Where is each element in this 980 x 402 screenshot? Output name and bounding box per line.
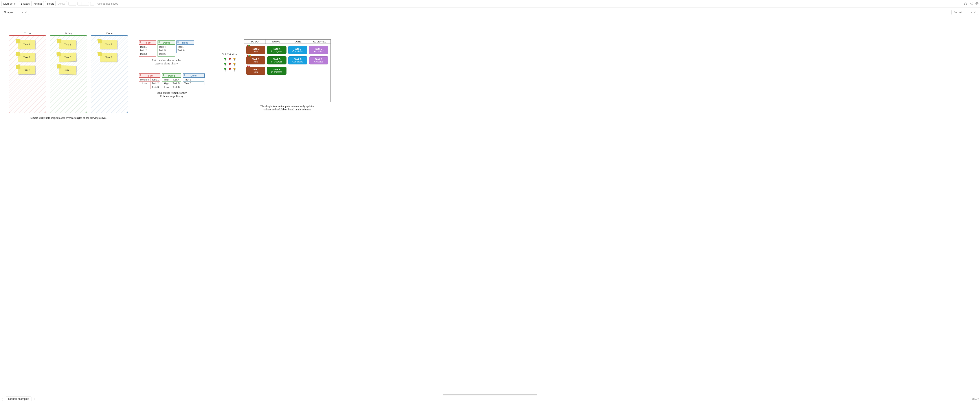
list-body: Task 1Task 2Task 3 xyxy=(138,45,156,57)
kanban-card[interactable]: Task 7Completed xyxy=(288,46,307,54)
shapes-button[interactable]: Shapes xyxy=(19,1,32,6)
list-item[interactable]: Task 6 xyxy=(159,52,174,56)
pin-icon[interactable] xyxy=(234,63,235,65)
sticky-note[interactable]: Task 4 xyxy=(59,40,76,49)
dark-mode-icon[interactable] xyxy=(91,2,94,5)
pin-icon[interactable] xyxy=(229,57,231,60)
pin-icon[interactable] xyxy=(224,68,226,70)
page-tab[interactable]: kanban-examples xyxy=(6,397,32,402)
kanban-card[interactable]: Task 7Accepted xyxy=(309,46,328,54)
priority-dot-icon xyxy=(247,55,248,57)
main-toolbar: Diagram ▾ Shapes Format Insert Delete Al… xyxy=(0,0,980,8)
pin-row xyxy=(224,68,235,70)
table-row[interactable]: HighTask 4 xyxy=(162,78,181,82)
pin-icon[interactable] xyxy=(224,63,226,65)
list-column[interactable]: DoingTask 4Task 5Task 6 xyxy=(158,40,175,57)
sticky-note[interactable]: Task 8 xyxy=(100,53,117,62)
diagram-menu[interactable]: Diagram ▾ xyxy=(1,1,18,6)
zoom-level[interactable]: 70% xyxy=(972,398,977,400)
drag-handle-icon[interactable]: ⋮ xyxy=(1,397,4,401)
priority-dot-icon xyxy=(250,55,251,57)
sticky-note[interactable]: Task 5 xyxy=(59,52,76,62)
list-caption: List container shapes in the General sha… xyxy=(138,59,194,65)
table-row[interactable]: LowTask 2 xyxy=(139,82,160,85)
table-row[interactable]: MediumTask 1 xyxy=(139,78,160,82)
list-item[interactable]: Task 4 xyxy=(159,45,174,49)
table-row[interactable]: LowTask 6 xyxy=(162,85,181,89)
svg-point-2 xyxy=(970,3,971,4)
insert-delete-group: Insert Delete xyxy=(45,1,67,6)
table-kanban: To doMediumTask 1LowTask 2Task 3DoingHig… xyxy=(138,73,205,98)
add-page-icon[interactable]: ＋ xyxy=(33,397,36,401)
column-title: Done xyxy=(91,32,128,35)
table-row[interactable]: Task 3 xyxy=(139,85,160,89)
chevron-up-down-icon[interactable]: ▴▾ xyxy=(978,397,979,401)
priority-dot-icon xyxy=(248,65,250,67)
fullscreen-icon[interactable] xyxy=(78,2,81,5)
table-row[interactable]: Task 8 xyxy=(183,82,204,85)
list-header: Doing xyxy=(158,40,175,45)
list-item[interactable]: Task 7 xyxy=(178,45,193,49)
format-button[interactable]: Format xyxy=(32,1,44,6)
sketch-column[interactable]: Task 4Task 5Task 6 xyxy=(50,35,87,113)
kanban-card[interactable]: Task 3New xyxy=(246,46,265,54)
sticky-note[interactable]: Task 2 xyxy=(18,53,35,62)
list-kanban: To doTask 1Task 2Task 3DoingTask 4Task 5… xyxy=(138,40,194,65)
list-item[interactable]: Task 5 xyxy=(159,49,174,52)
drawing-canvas[interactable]: To doTask 1Task 2Task 3DoingTask 4Task 5… xyxy=(0,8,980,396)
delete-button: Delete xyxy=(56,1,67,6)
kanban-card[interactable]: Task 2New xyxy=(246,67,265,75)
list-column[interactable]: DoneTask 7Task 8 xyxy=(177,40,194,57)
table-column[interactable]: To doMediumTask 1LowTask 2Task 3 xyxy=(138,73,161,89)
column-title: To do xyxy=(9,32,46,35)
zoom-out-icon[interactable] xyxy=(85,2,89,5)
vote-title: Vote/Prioritise xyxy=(222,52,237,56)
list-item[interactable]: Task 1 xyxy=(140,45,155,49)
sticky-note[interactable]: Task 1 xyxy=(18,40,35,49)
kanban-header: DOING xyxy=(266,40,287,43)
pin-icon[interactable] xyxy=(224,57,226,60)
svg-point-3 xyxy=(972,2,972,3)
pin-icon[interactable] xyxy=(234,57,235,60)
sticky-note[interactable]: Task 7 xyxy=(100,40,117,49)
table-row[interactable]: Task 7 xyxy=(183,78,204,82)
kanban-card[interactable]: Task 8Completed xyxy=(288,56,307,64)
list-item[interactable]: Task 2 xyxy=(140,49,155,52)
horizontal-scrollbar[interactable] xyxy=(443,394,537,396)
sticky-note[interactable]: Task 6 xyxy=(59,65,76,75)
share-icon[interactable] xyxy=(969,2,973,5)
pin-icon[interactable] xyxy=(234,68,235,70)
bell-icon[interactable] xyxy=(964,2,967,5)
globe-icon[interactable] xyxy=(975,2,979,5)
pin-icon[interactable] xyxy=(229,63,231,65)
priority-dot-icon xyxy=(248,45,250,46)
kanban-card[interactable]: Task 6In progress xyxy=(267,67,286,75)
table-column[interactable]: DoingHighTask 4HighTask 5LowTask 6 xyxy=(162,73,181,89)
pin-icon[interactable] xyxy=(229,68,231,70)
table-row[interactable]: HighTask 5 xyxy=(162,82,181,85)
insert-button[interactable]: Insert xyxy=(45,1,56,6)
table-header: Doing xyxy=(162,74,181,78)
list-column[interactable]: To doTask 1Task 2Task 3 xyxy=(138,40,156,57)
zoom-in-icon[interactable] xyxy=(81,2,85,5)
kanban-card[interactable]: Task 8Accepted xyxy=(309,56,328,64)
kanban-header: DONE xyxy=(287,40,309,43)
vote-section: Vote/Prioritise xyxy=(222,52,237,70)
list-item[interactable]: Task 8 xyxy=(178,49,193,52)
kanban-card[interactable]: Task 1New xyxy=(246,56,265,64)
sticky-note[interactable]: Task 3 xyxy=(18,65,35,74)
theme-group[interactable] xyxy=(90,2,94,6)
list-body: Task 4Task 5Task 6 xyxy=(158,45,175,57)
kanban-card[interactable]: Task 4In progress xyxy=(267,46,286,54)
kanban-card[interactable]: Task 5In progress xyxy=(267,56,286,64)
footer-bar: ⋮ kanban-examples ＋ 70% ▴▾ xyxy=(0,396,980,402)
view-group xyxy=(78,2,89,6)
chevron-down-icon: ▾ xyxy=(14,2,15,5)
list-item[interactable]: Task 3 xyxy=(140,52,155,56)
table-column[interactable]: DoneTask 7Task 8 xyxy=(183,73,205,89)
save-status: All changes saved xyxy=(97,2,118,5)
undo-icon[interactable] xyxy=(68,2,72,5)
table-header: Done xyxy=(183,74,204,78)
sketch-column[interactable]: Task 1Task 2Task 3 xyxy=(9,35,46,113)
sketch-column[interactable]: Task 7Task 8 xyxy=(91,35,128,113)
